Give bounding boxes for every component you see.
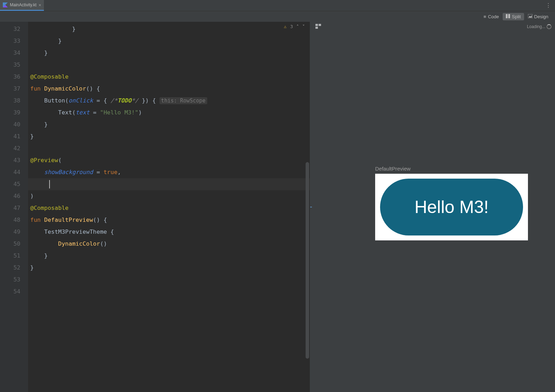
svg-rect-7 bbox=[319, 24, 321, 26]
inspection-indicators: ⚠ 3 ˄ ˅ bbox=[284, 24, 305, 29]
preview-label: DefaultPreview bbox=[375, 166, 411, 172]
code-line: } bbox=[28, 23, 310, 35]
code-line: Text(text = "Hello M3!") bbox=[28, 107, 310, 119]
code-line: @Preview( bbox=[28, 154, 310, 166]
svg-rect-2 bbox=[506, 14, 508, 18]
tab-bar: MainActivity.kt × ⋮ bbox=[0, 0, 555, 11]
spinner-icon bbox=[547, 24, 551, 29]
view-mode-bar: ≡ Code Split Design bbox=[0, 11, 555, 22]
more-menu-icon[interactable]: ⋮ bbox=[546, 2, 551, 9]
line-number: 37 bbox=[0, 83, 28, 95]
svg-marker-5 bbox=[529, 15, 532, 18]
line-number: 48 bbox=[0, 214, 28, 226]
editor-pane[interactable]: 32 33 34 35 36 37 38 39 40 41 42 43 44 4… bbox=[0, 22, 310, 392]
svg-rect-8 bbox=[315, 27, 318, 29]
mode-code[interactable]: ≡ Code bbox=[481, 13, 502, 20]
line-number: 53 bbox=[0, 274, 28, 286]
code-line: @Composable bbox=[28, 202, 310, 214]
line-number: 43 bbox=[0, 154, 28, 166]
code-line bbox=[28, 59, 310, 71]
line-number: 41 bbox=[0, 131, 28, 142]
code-line: } bbox=[28, 35, 310, 47]
code-line: } bbox=[28, 47, 310, 59]
code-line: } bbox=[28, 131, 310, 142]
code-line: showBackground = true, bbox=[28, 166, 310, 178]
svg-rect-6 bbox=[315, 24, 318, 26]
preview-status: Loading... bbox=[527, 24, 551, 29]
line-number: 49 bbox=[0, 226, 28, 238]
mode-split[interactable]: Split bbox=[503, 13, 524, 20]
inlay-hint: this: RowScope bbox=[159, 97, 207, 104]
line-number: 52 bbox=[0, 262, 28, 274]
line-number: 50 bbox=[0, 238, 28, 250]
kotlin-file-icon bbox=[3, 2, 8, 7]
code-line: DynamicColor() bbox=[28, 238, 310, 250]
split-icon bbox=[506, 14, 510, 19]
code-line bbox=[28, 178, 310, 190]
line-number: 35 bbox=[0, 59, 28, 71]
line-number: 36 bbox=[0, 71, 28, 83]
line-number: 47 bbox=[0, 202, 28, 214]
mode-split-label: Split bbox=[512, 14, 521, 19]
svg-rect-4 bbox=[528, 14, 533, 18]
main-area: 32 33 34 35 36 37 38 39 40 41 42 43 44 4… bbox=[0, 22, 555, 392]
line-number: 39 bbox=[0, 107, 28, 119]
text-caret bbox=[49, 180, 50, 188]
warning-count: 3 bbox=[290, 24, 293, 29]
preview-toolbar: Loading... bbox=[312, 22, 555, 32]
code-line: } bbox=[28, 250, 310, 262]
line-number: 44 bbox=[0, 166, 28, 178]
editor-tab[interactable]: MainActivity.kt × bbox=[0, 0, 44, 11]
code-line bbox=[28, 274, 310, 286]
preview-pane: Loading... DefaultPreview Hello M3! bbox=[312, 22, 555, 392]
code-line: Button(onClick = { /*TODO*/ }) { this: R… bbox=[28, 95, 310, 107]
line-number: 45 bbox=[0, 178, 28, 190]
mode-design[interactable]: Design bbox=[525, 13, 551, 20]
preview-body[interactable]: DefaultPreview Hello M3! bbox=[312, 32, 555, 392]
line-number: 51 bbox=[0, 250, 28, 262]
line-number: 34 bbox=[0, 47, 28, 59]
code-line: fun DynamicColor() { bbox=[28, 83, 310, 95]
loading-label: Loading... bbox=[527, 24, 546, 29]
mode-design-label: Design bbox=[534, 14, 548, 19]
close-icon[interactable]: × bbox=[39, 2, 41, 8]
tab-filename: MainActivity.kt bbox=[10, 2, 37, 7]
mode-code-label: Code bbox=[488, 14, 499, 19]
code-line: TestM3PreviewTheme { bbox=[28, 226, 310, 238]
editor-scrollbar[interactable] bbox=[306, 162, 309, 359]
preview-button-text: Hello M3! bbox=[414, 197, 489, 217]
preview-material-button: Hello M3! bbox=[380, 179, 523, 235]
line-number: 32 bbox=[0, 23, 28, 35]
code-area[interactable]: } } } @Composable fun DynamicColor() { B… bbox=[28, 22, 310, 392]
line-number: 42 bbox=[0, 142, 28, 154]
line-number: 54 bbox=[0, 286, 28, 298]
warning-icon[interactable]: ⚠ bbox=[284, 24, 287, 29]
code-line bbox=[28, 286, 310, 298]
line-number: 33 bbox=[0, 35, 28, 47]
gutter: 32 33 34 35 36 37 38 39 40 41 42 43 44 4… bbox=[0, 22, 28, 392]
code-line: } bbox=[28, 262, 310, 274]
code-line bbox=[28, 142, 310, 154]
code-line: @Composable bbox=[28, 71, 310, 83]
preview-composable[interactable]: Hello M3! bbox=[375, 174, 528, 240]
image-icon bbox=[528, 14, 533, 19]
svg-rect-3 bbox=[508, 14, 510, 18]
line-number: 38 bbox=[0, 95, 28, 107]
code-line: ) bbox=[28, 190, 310, 202]
line-number: 40 bbox=[0, 119, 28, 131]
chevron-up-icon[interactable]: ˄ bbox=[296, 24, 299, 29]
code-line: } bbox=[28, 119, 310, 131]
preview-config-icon[interactable] bbox=[315, 24, 321, 30]
list-icon: ≡ bbox=[484, 14, 487, 19]
line-number: 46 bbox=[0, 190, 28, 202]
chevron-down-icon[interactable]: ˅ bbox=[302, 24, 305, 29]
code-line: fun DefaultPreview() { bbox=[28, 214, 310, 226]
